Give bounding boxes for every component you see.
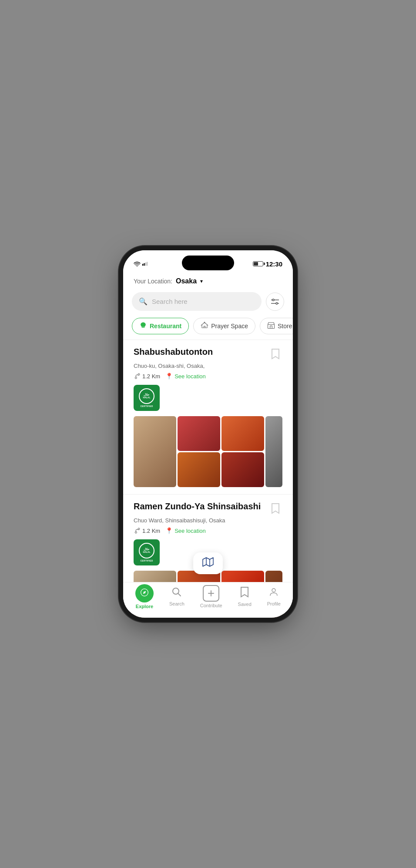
nav-contribute-label: Contribute xyxy=(200,603,222,608)
bookmark-button-1[interactable] xyxy=(268,347,282,361)
svg-point-14 xyxy=(135,377,137,379)
map-fab[interactable] xyxy=(193,552,223,574)
nav-explore-label: Explore xyxy=(136,604,153,609)
svg-rect-1 xyxy=(142,264,143,266)
restaurant-name-2: Ramen Zundo-Ya Shinsaibashi xyxy=(134,501,268,511)
card-header-1: Shabushabutonton xyxy=(134,347,282,361)
svg-line-24 xyxy=(178,593,181,596)
nav-saved-label: Saved xyxy=(238,602,252,607)
nav-contribute[interactable]: Contribute xyxy=(195,583,228,610)
bookmark-button-2[interactable] xyxy=(268,501,282,515)
see-location-label-1: See location xyxy=(174,373,206,380)
nav-profile[interactable]: Profile xyxy=(262,585,286,608)
see-location-2[interactable]: 📍 See location xyxy=(165,527,206,534)
photo-1-3 xyxy=(221,416,264,451)
photo-1-6 xyxy=(221,452,264,487)
prayer-icon xyxy=(201,322,208,330)
svg-rect-12 xyxy=(268,325,274,329)
tab-store[interactable]: Store xyxy=(260,318,293,334)
status-bar: 12:30 xyxy=(123,250,293,272)
time-display: 12:30 xyxy=(266,260,282,268)
search-nav-icon xyxy=(171,587,182,600)
distance-value-2: 1.2 Km xyxy=(142,528,160,534)
explore-icon xyxy=(135,584,154,602)
nav-explore[interactable]: Explore xyxy=(130,582,159,611)
status-right: 12:30 xyxy=(253,260,282,268)
search-icon: 🔍 xyxy=(139,297,148,306)
location-pin-icon-1: 📍 xyxy=(165,373,173,380)
search-row: 🔍 Search here xyxy=(123,289,293,314)
photo-1-4 xyxy=(265,416,282,487)
halal-circle-1: حلال HALAL xyxy=(139,388,154,404)
contribute-icon xyxy=(203,585,219,602)
see-location-1[interactable]: 📍 See location xyxy=(165,373,206,380)
store-icon xyxy=(267,322,275,330)
tab-store-label: Store xyxy=(278,323,292,330)
distance-item-1: 1.2 Km xyxy=(134,373,160,380)
halal-text-2: حلال HALAL xyxy=(143,548,151,553)
map-icon xyxy=(202,557,214,570)
svg-rect-3 xyxy=(145,262,146,266)
photo-1-5 xyxy=(178,452,220,487)
restaurant-address-2: Chuo Ward, Shinsaibashisuji, Osaka xyxy=(134,517,282,524)
halal-badge-1: حلال HALAL CERTIFIED xyxy=(134,385,160,411)
distance-row-1: 1.2 Km 📍 See location xyxy=(134,373,282,380)
restaurant-card-1: Shabushabutonton Chuo-ku, Osaka-shi, Osa… xyxy=(123,340,293,487)
nav-search[interactable]: Search xyxy=(164,585,190,608)
svg-rect-13 xyxy=(270,326,272,329)
location-value: Osaka xyxy=(176,277,197,285)
search-placeholder: Search here xyxy=(152,298,188,305)
svg-point-0 xyxy=(137,266,138,266)
card-header-2: Ramen Zundo-Ya Shinsaibashi xyxy=(134,501,282,515)
photo-grid-1 xyxy=(134,416,282,487)
distance-row-2: 1.2 Km 📍 See location xyxy=(134,527,282,534)
location-pin-icon-2: 📍 xyxy=(165,527,173,534)
photo-1-1 xyxy=(134,416,176,487)
tab-prayer[interactable]: Prayer Space xyxy=(193,318,255,334)
halal-certified-text-2: CERTIFIED xyxy=(140,559,153,562)
distance-value-1: 1.2 Km xyxy=(142,373,160,380)
category-tabs: Restaurant Prayer Space xyxy=(123,314,293,340)
tab-prayer-label: Prayer Space xyxy=(211,323,248,330)
phone-frame: 12:30 Your Location: Osaka ▾ 🔍 Search he… xyxy=(123,250,293,618)
nav-profile-label: Profile xyxy=(267,601,281,606)
restaurant-icon xyxy=(139,322,147,330)
filter-button[interactable] xyxy=(266,293,284,311)
tab-restaurant-label: Restaurant xyxy=(150,323,181,330)
halal-badge-2: حلال HALAL CERTIFIED xyxy=(134,539,160,565)
bottom-nav: Explore Search Contribute xyxy=(123,582,293,618)
nav-saved[interactable]: Saved xyxy=(233,585,257,609)
location-bar: Your Location: Osaka ▾ xyxy=(123,272,293,289)
battery-icon xyxy=(253,261,263,266)
chevron-down-icon[interactable]: ▾ xyxy=(200,278,203,284)
svg-rect-4 xyxy=(147,262,148,266)
location-label: Your Location: xyxy=(134,278,172,285)
tab-restaurant[interactable]: Restaurant xyxy=(132,318,189,334)
restaurant-address-1: Chuo-ku, Osaka-shi, Osaka, xyxy=(134,363,282,369)
search-bar[interactable]: 🔍 Search here xyxy=(132,292,262,311)
restaurant-name-1: Shabushabutonton xyxy=(134,347,268,357)
halal-text-1: حلال HALAL xyxy=(143,393,151,399)
status-icons xyxy=(134,261,148,266)
svg-rect-2 xyxy=(144,263,144,266)
dynamic-island xyxy=(182,256,234,270)
see-location-label-2: See location xyxy=(174,528,206,534)
saved-icon xyxy=(240,586,249,600)
halal-circle-2: حلال HALAL xyxy=(139,543,154,558)
profile-icon xyxy=(268,587,279,600)
photo-1-2 xyxy=(178,416,220,451)
distance-item-2: 1.2 Km xyxy=(134,527,160,534)
svg-point-27 xyxy=(272,589,275,592)
svg-point-16 xyxy=(135,532,137,533)
halal-certified-text-1: CERTIFIED xyxy=(140,405,153,407)
nav-search-label: Search xyxy=(169,601,185,606)
svg-rect-11 xyxy=(141,327,144,327)
